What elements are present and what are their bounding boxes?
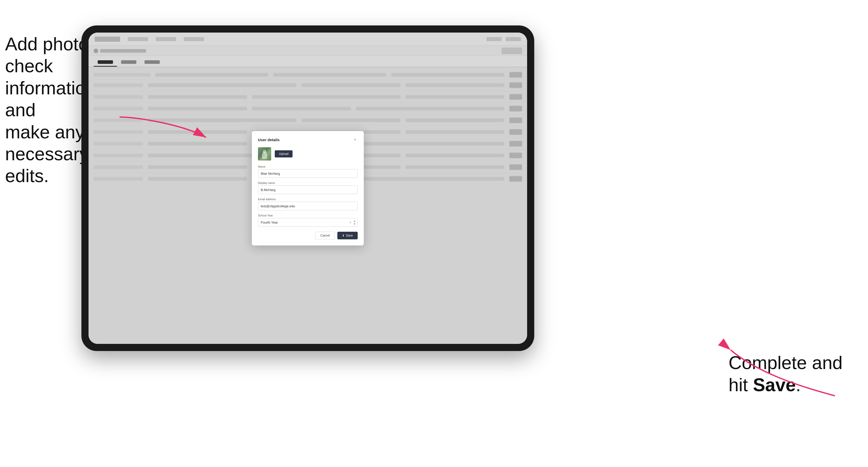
photo-upload-row: Upload: [258, 147, 358, 160]
save-button-label: Save: [346, 234, 353, 237]
email-input[interactable]: [258, 202, 358, 210]
name-label: Name: [258, 165, 358, 168]
upload-photo-button[interactable]: Upload: [275, 150, 292, 157]
modal-overlay: User details × Upload Name Dis: [89, 33, 527, 344]
tablet-shell: User details × Upload Name Dis: [82, 25, 534, 351]
spinner-down-icon: ▼: [353, 223, 356, 225]
user-photo-image: [258, 147, 271, 160]
display-name-label: Display name: [258, 181, 358, 184]
school-year-wrapper: × ▲ ▼: [258, 218, 358, 227]
school-year-clear-button[interactable]: ×: [349, 220, 352, 225]
spinner-up-icon: ▲: [353, 219, 356, 222]
modal-footer: Cancel ⬆ Save: [258, 232, 358, 239]
school-year-input[interactable]: [258, 218, 358, 227]
name-input[interactable]: [258, 169, 358, 178]
email-label: Email address: [258, 198, 358, 201]
save-button[interactable]: ⬆ Save: [337, 232, 358, 239]
school-year-label: School Year: [258, 214, 358, 217]
school-year-field-group: School Year × ▲ ▼: [258, 214, 358, 227]
annotation-right-end: .: [796, 375, 801, 395]
name-field-group: Name: [258, 165, 358, 178]
modal-header: User details ×: [258, 137, 358, 142]
display-name-input[interactable]: [258, 185, 358, 194]
user-details-modal: User details × Upload Name Dis: [252, 131, 364, 245]
annotation-right-bold: Save: [753, 375, 796, 395]
email-field-group: Email address: [258, 198, 358, 210]
user-photo-thumbnail: [258, 147, 271, 160]
school-year-spinner-button[interactable]: ▲ ▼: [352, 219, 356, 226]
school-year-controls: × ▲ ▼: [349, 219, 356, 226]
annotation-right: Complete and hit Save.: [728, 352, 843, 396]
display-name-field-group: Display name: [258, 181, 358, 194]
annotation-right-text-1: Complete and: [728, 352, 843, 373]
save-icon: ⬆: [342, 234, 344, 237]
annotation-right-text-2: hit: [728, 375, 753, 395]
tablet-screen: User details × Upload Name Dis: [89, 33, 527, 344]
cancel-button[interactable]: Cancel: [315, 232, 335, 239]
modal-title: User details: [258, 137, 280, 142]
modal-close-button[interactable]: ×: [352, 137, 358, 142]
